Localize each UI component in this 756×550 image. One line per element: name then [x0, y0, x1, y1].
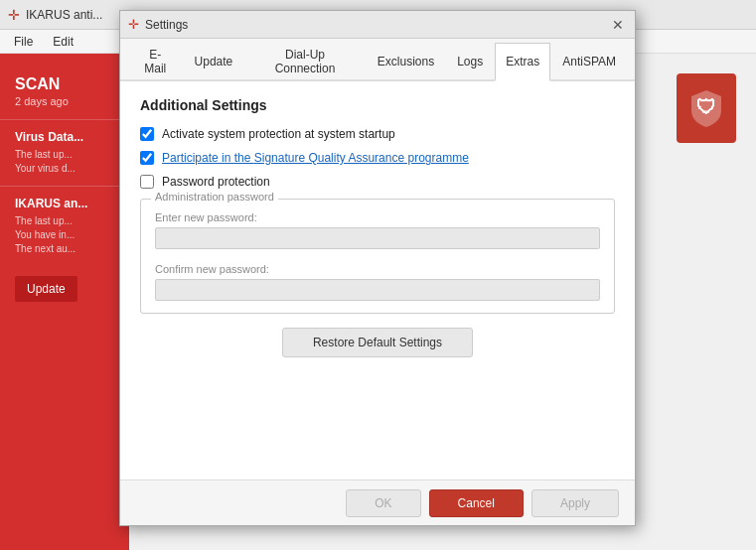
- new-password-input[interactable]: [155, 227, 600, 249]
- svg-text:🛡: 🛡: [696, 96, 716, 118]
- dialog-titlebar-left: ✛ Settings: [128, 17, 188, 32]
- checkbox-signature[interactable]: [140, 151, 154, 165]
- app-titlebar-icon: ✛: [8, 7, 20, 23]
- tab-antispam[interactable]: AntiSPAM: [551, 43, 627, 79]
- checkbox-label-system-protection: Activate system protection at system sta…: [162, 127, 395, 141]
- ok-button[interactable]: OK: [346, 489, 420, 517]
- cancel-button[interactable]: Cancel: [429, 489, 524, 517]
- dialog-close-button[interactable]: ✕: [609, 16, 627, 34]
- menu-file[interactable]: File: [4, 33, 43, 51]
- shield-icon-bg: 🛡: [677, 73, 736, 143]
- sidebar-virus-line1: The last up...: [15, 148, 114, 162]
- sidebar-virus-title: Virus Data...: [15, 130, 114, 144]
- menu-edit[interactable]: Edit: [43, 33, 83, 51]
- dialog-tabs: E-Mail Update Dial-Up Connection Exclusi…: [120, 39, 635, 81]
- dialog-titlebar-title: Settings: [145, 18, 188, 32]
- sidebar-ikarus-line3: The next au...: [15, 242, 114, 256]
- apply-button[interactable]: Apply: [531, 489, 619, 517]
- checkbox-system-protection[interactable]: [140, 127, 154, 141]
- sidebar-scan-title[interactable]: SCAN: [15, 75, 114, 93]
- checkbox-password-protection[interactable]: [140, 175, 154, 189]
- dialog-titlebar: ✛ Settings ✕: [120, 11, 635, 39]
- tab-extras[interactable]: Extras: [495, 43, 550, 81]
- confirm-password-label: Confirm new password:: [155, 263, 600, 275]
- tab-email[interactable]: E-Mail: [128, 43, 183, 79]
- app-titlebar-title: IKARUS anti...: [26, 8, 102, 22]
- tab-exclusions[interactable]: Exclusions: [367, 43, 445, 79]
- sidebar-ikarus-title: IKARUS an...: [15, 197, 114, 210]
- app-sidebar: SCAN 2 days ago Virus Data... The last u…: [0, 54, 129, 550]
- checkbox-label-password: Password protection: [162, 175, 270, 189]
- tab-update[interactable]: Update: [184, 43, 244, 79]
- tab-dialup[interactable]: Dial-Up Connection: [244, 43, 366, 79]
- sidebar-ikarus-section: IKARUS an... The last up... You have in.…: [0, 186, 129, 266]
- admin-password-group: Administration password Enter new passwo…: [140, 199, 615, 314]
- sidebar-virus-section: Virus Data... The last up... Your virus …: [0, 119, 129, 186]
- checkbox-row-system-protection: Activate system protection at system sta…: [140, 127, 615, 141]
- sidebar-virus-line2: Your virus d...: [15, 162, 114, 176]
- restore-defaults-button[interactable]: Restore Default Settings: [282, 328, 473, 357]
- confirm-password-input[interactable]: [155, 279, 600, 301]
- settings-dialog: ✛ Settings ✕ E-Mail Update Dial-Up Conne…: [119, 10, 636, 526]
- admin-password-legend: Administration password: [151, 191, 278, 203]
- sidebar-ikarus-line1: The last up...: [15, 214, 114, 228]
- checkbox-label-signature-plain: Participate in the: [162, 151, 254, 165]
- dialog-titlebar-icon: ✛: [128, 17, 139, 32]
- new-password-label: Enter new password:: [155, 211, 600, 223]
- checkbox-row-signature: Participate in the Signature Quality Ass…: [140, 151, 615, 165]
- dialog-body: Additional Settings Activate system prot…: [120, 81, 635, 373]
- shield-icon: 🛡: [689, 88, 723, 128]
- dialog-section-title: Additional Settings: [140, 97, 615, 113]
- sidebar-scan: SCAN 2 days ago: [0, 64, 129, 119]
- tab-logs[interactable]: Logs: [446, 43, 494, 79]
- sidebar-ikarus-line2: You have in...: [15, 228, 114, 242]
- checkbox-row-password: Password protection: [140, 175, 615, 189]
- checkbox-label-signature-link[interactable]: Signature Quality Assurance programme: [254, 151, 469, 165]
- dialog-footer: OK Cancel Apply: [120, 480, 635, 525]
- checkbox-label-signature: Participate in the Signature Quality Ass…: [162, 151, 469, 165]
- sidebar-scan-sub: 2 days ago: [15, 95, 114, 107]
- sidebar-update-button[interactable]: Update: [15, 276, 77, 302]
